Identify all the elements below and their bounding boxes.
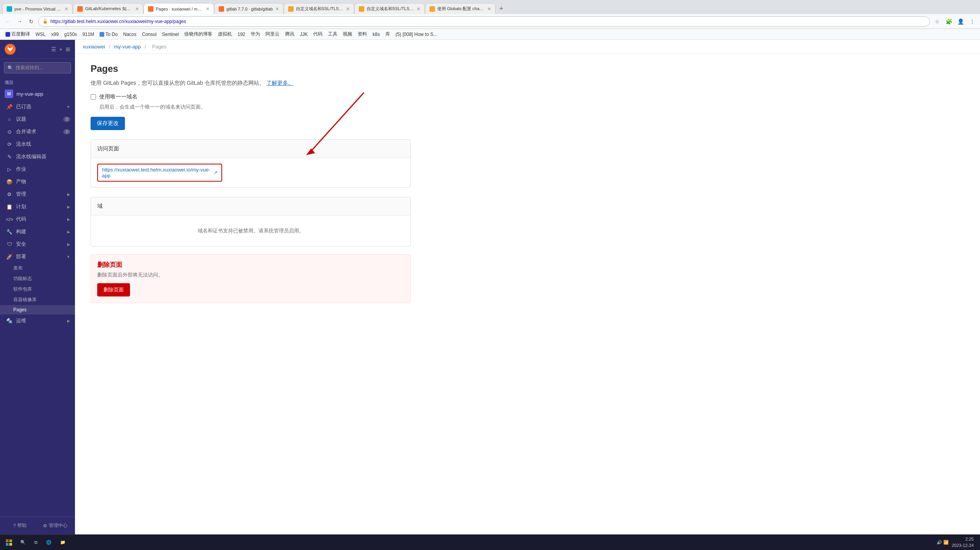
help-button[interactable]: ? 帮助 (3, 520, 37, 531)
tab-6[interactable]: 自定义域名和SSL/TLS证书 |... ✕ (355, 3, 425, 14)
sidebar-search[interactable]: 🔍 搜索或转到... (4, 62, 71, 73)
tab-6-favicon (359, 6, 364, 12)
bookmark-huawei[interactable]: 华为 (248, 30, 262, 38)
tab-3[interactable]: Pages · xuxiaowei / my-vue-... ✕ (144, 3, 214, 14)
project-name: my-vue-app (16, 91, 43, 97)
bookmark-video[interactable]: 视频 (340, 30, 355, 38)
admin-center-button[interactable]: ⚙ 管理中心 (38, 520, 72, 531)
gitlab-logo[interactable] (5, 44, 16, 55)
sidebar-item-issues[interactable]: ○ 议题 0 (0, 113, 75, 125)
bookmark-x99[interactable]: x99 (49, 31, 61, 38)
sidebar-item-build[interactable]: 🔧 构建 ▶ (0, 225, 75, 238)
forward-button[interactable]: → (15, 17, 24, 26)
sidebar-collapse-icon[interactable]: ☰ (51, 46, 56, 52)
sidebar-item-plan[interactable]: 📋 计划 ▶ (0, 200, 75, 213)
bookmark-wsl[interactable]: WSL (33, 31, 48, 38)
tab-1-favicon (7, 6, 12, 12)
bookmark-g150s[interactable]: g150s (62, 31, 79, 38)
bookmark-todo[interactable]: To Do (97, 31, 120, 38)
tab-bar: pve - Proxmox Virtual Enviro... ✕ GitLab… (0, 0, 980, 14)
external-link-icon: ↗ (214, 170, 217, 175)
tab-2-close[interactable]: ✕ (135, 6, 139, 12)
profile-button[interactable]: 👤 (956, 17, 965, 26)
bookmark-data[interactable]: 资料 (355, 30, 369, 38)
sidebar-sub-item-container[interactable]: 容器镜像库 (0, 295, 75, 305)
bookmark-nacos[interactable]: Nacos (121, 31, 139, 38)
sidebar-item-pipeline-editor[interactable]: ✎ 流水线编辑器 (0, 150, 75, 163)
sidebar-item-pipelines[interactable]: ⟳ 流水线 (0, 138, 75, 150)
tab-4-close[interactable]: ✕ (275, 6, 279, 12)
bookmark-jjk[interactable]: JJK (298, 31, 310, 38)
sidebar-section-label: 项目 (0, 77, 75, 87)
visit-url-link[interactable]: https://xuxiaowei.test.helm.xuxiaowei.io… (102, 167, 210, 179)
bookmark-blog[interactable]: 徐晓伟的博客 (182, 30, 215, 38)
menu-button[interactable]: ⋮ (968, 17, 977, 26)
bookmark-192[interactable]: 192 (235, 31, 248, 38)
sidebar-new-icon[interactable]: + (59, 46, 62, 52)
tab-3-close[interactable]: ✕ (206, 6, 210, 12)
tab-4[interactable]: gitlab 7.7.0 · gitlab/gitlab ✕ (214, 3, 283, 14)
delete-pages-button[interactable]: 删除页面 (97, 283, 130, 296)
back-button[interactable]: ← (3, 17, 12, 26)
tab-5-title: 自定义域名和SSL/TLS证书 |... (296, 6, 344, 12)
sidebar-item-jobs[interactable]: ▷ 作业 (0, 163, 75, 175)
sidebar-grid-icon[interactable]: ⊞ (66, 46, 70, 52)
start-button[interactable] (3, 537, 15, 548)
tab-3-title: Pages · xuxiaowei / my-vue-... (156, 7, 203, 11)
unique-domain-checkbox[interactable] (91, 94, 96, 100)
bookmark-button[interactable]: ☆ (932, 17, 942, 26)
bookmark-tencent[interactable]: 腾讯 (283, 30, 297, 38)
sidebar-project[interactable]: M my-vue-app (0, 87, 75, 100)
tab-6-close[interactable]: ✕ (417, 6, 421, 12)
tab-7[interactable]: 使用 Globals 配置 chart | 极S... ✕ (425, 3, 495, 14)
bookmark-008[interactable]: (5) [008] How to S... (393, 31, 440, 38)
bookmark-aliyun[interactable]: 阿里云 (263, 30, 282, 38)
breadcrumb-project[interactable]: my-vue-app (114, 44, 141, 50)
unique-domain-label[interactable]: 使用唯一一域名 (99, 93, 137, 100)
tab-1[interactable]: pve - Proxmox Virtual Enviro... ✕ (2, 3, 73, 14)
sidebar-item-merge-requests[interactable]: ⊙ 合并请求 0 (0, 125, 75, 138)
bookmark-911m[interactable]: 911M (80, 31, 96, 38)
sidebar-item-code[interactable]: </> 代码 ▶ (0, 213, 75, 225)
sidebar-sub-item-packages[interactable]: 软件包库 (0, 284, 75, 295)
new-tab-button[interactable]: + (496, 3, 507, 14)
sidebar-item-pinned[interactable]: 📌 已订选 ▼ (0, 100, 75, 113)
browser-chrome: pve - Proxmox Virtual Enviro... ✕ GitLab… (0, 0, 980, 40)
tab-5-close[interactable]: ✕ (346, 6, 350, 12)
file-explorer-button[interactable]: 📁 (57, 537, 69, 548)
bookmark-code[interactable]: 代码 (311, 30, 325, 38)
learn-more-link[interactable]: 了解更多。 (266, 80, 294, 86)
sidebar-sub-item-release[interactable]: 发布 (0, 263, 75, 273)
sidebar-sub-item-feature-flags[interactable]: 功能标志 (0, 273, 75, 284)
tab-2[interactable]: GitLab/Kubernetes 知识库 ✕ (73, 3, 143, 14)
tab-5-favicon (288, 6, 294, 12)
system-tray: 🔊 📶 2:25 2023-12-24 (934, 536, 977, 548)
sidebar-item-security[interactable]: 🛡 安全 ▶ (0, 238, 75, 250)
task-view-button[interactable]: ⧉ (31, 537, 41, 548)
bookmark-consul[interactable]: Consul (139, 31, 159, 38)
search-taskbar-button[interactable]: 🔍 (17, 537, 29, 548)
bookmark-lib[interactable]: 库 (383, 30, 392, 38)
system-clock: 2:25 2023-12-24 (952, 536, 974, 548)
tab-7-close[interactable]: ✕ (487, 6, 491, 12)
refresh-button[interactable]: ↻ (27, 17, 36, 26)
tab-5[interactable]: 自定义域名和SSL/TLS证书 |... ✕ (284, 3, 354, 14)
sidebar-item-admin[interactable]: ⚙ 管理 ▶ (0, 188, 75, 200)
code-label: 代码 (16, 216, 64, 223)
save-button[interactable]: 保存更改 (91, 117, 125, 130)
address-bar[interactable]: 🔓 https://gitlab.test.helm.xuxiaowei.cn/… (38, 16, 930, 27)
pipeline-editor-label: 流水线编辑器 (16, 153, 70, 160)
breadcrumb-org[interactable]: xuxiaowei (83, 44, 105, 50)
bookmark-百度翻译[interactable]: 百度翻译 (3, 30, 32, 38)
sidebar-item-deploy[interactable]: 🚀 部署 ▼ (0, 250, 75, 263)
tab-1-close[interactable]: ✕ (64, 6, 68, 12)
sidebar-sub-item-pages[interactable]: Pages (0, 305, 75, 314)
sidebar-item-artifacts[interactable]: 📦 产物 (0, 175, 75, 188)
bookmark-sentinel[interactable]: Sentinel (160, 31, 181, 38)
extensions-button[interactable]: 🧩 (944, 17, 953, 26)
sidebar-item-ops[interactable]: 🔩 运维 ▶ (0, 314, 75, 327)
edge-button[interactable]: 🌐 (43, 537, 55, 548)
bookmark-tools[interactable]: 工具 (326, 30, 340, 38)
bookmark-vm[interactable]: 虚拟机 (216, 30, 234, 38)
bookmark-k8s[interactable]: k8s (370, 31, 382, 38)
